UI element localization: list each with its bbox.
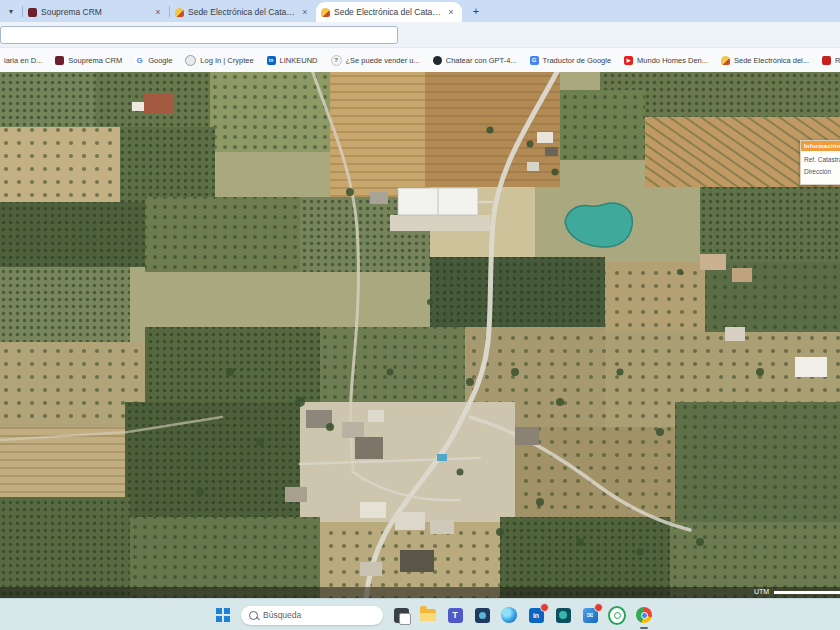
teams-button[interactable]: T: [446, 606, 464, 624]
file-explorer-button[interactable]: [419, 606, 437, 624]
tab-title: Souprema CRM: [41, 7, 148, 17]
notification-badge: [594, 603, 603, 612]
browser-toolbar: [0, 22, 840, 48]
cryptee-icon: [185, 55, 196, 66]
bookmark-item[interactable]: G Google: [135, 56, 172, 65]
map-viewport[interactable]: Información Ref. Catastral Dirección UTM: [0, 72, 840, 598]
souprema-favicon: [28, 8, 37, 17]
bookmarks-bar: iaria en D... Souprema CRM G Google Log …: [0, 48, 840, 72]
search-icon: [249, 611, 258, 620]
teal-app-icon: [556, 608, 571, 623]
tab-souprema-crm[interactable]: Souprema CRM ×: [23, 2, 169, 22]
bookmark-label: Log In | Cryptee: [200, 56, 253, 65]
bookmark-label: LINKEUND: [280, 56, 318, 65]
browser-tab-strip: ▾ Souprema CRM × Sede Electrónica del Ca…: [0, 0, 840, 22]
bookmark-label: iaria en D...: [4, 56, 42, 65]
dark-app-button[interactable]: [473, 606, 491, 624]
map-scale-bar: [774, 591, 840, 594]
task-view-icon: [394, 608, 409, 623]
linkedin-icon: in: [267, 56, 276, 65]
task-view-button[interactable]: [392, 606, 410, 624]
bookmark-label: Souprema CRM: [68, 56, 122, 65]
active-app-indicator: [640, 627, 648, 630]
desktop-screen: ▾ Souprema CRM × Sede Electrónica del Ca…: [0, 0, 840, 630]
bookmark-item[interactable]: in LINKEUND: [267, 56, 318, 65]
youtube-icon: ▶: [624, 56, 633, 65]
tab-title: Sede Electrónica del Catastro: [188, 7, 295, 17]
whatsapp-button[interactable]: [608, 606, 626, 624]
tab-catastro-1[interactable]: Sede Electrónica del Catastro ×: [170, 2, 316, 22]
dark-app-icon: [475, 608, 490, 623]
catastro-icon: [721, 56, 730, 65]
windows-logo-icon: [216, 608, 230, 622]
chrome-button[interactable]: [635, 606, 653, 624]
bookmark-label: Chatear con GPT-4...: [446, 56, 517, 65]
windows-start-button[interactable]: [214, 606, 232, 624]
tab-catastro-2-active[interactable]: Sede Electrónica del Catastro ×: [316, 2, 462, 22]
bookmark-label: Google: [148, 56, 172, 65]
bookmark-label: Mundo Homes Den...: [637, 56, 708, 65]
bookmark-label: Traductor de Google: [543, 56, 612, 65]
bookmark-item[interactable]: Sede Electrónica del...: [721, 56, 809, 65]
bookmark-label: Sede Electrónica del...: [734, 56, 809, 65]
teal-app-button[interactable]: [554, 606, 572, 624]
question-icon: ?: [331, 55, 342, 66]
catastro-favicon: [321, 8, 330, 17]
windows-taskbar: Búsqueda T in: [0, 598, 840, 630]
direccion-label: Dirección: [804, 166, 840, 178]
bookmark-item[interactable]: iaria en D...: [0, 56, 42, 65]
bookmark-item[interactable]: Souprema CRM: [55, 56, 122, 65]
whatsapp-icon: [608, 606, 626, 625]
bookmark-label: ¿Se puede vender u...: [346, 56, 420, 65]
satellite-imagery: [0, 72, 840, 598]
swimming-pool: [437, 454, 447, 461]
red-roof-house: [143, 94, 173, 114]
ref-catastral-label: Ref. Catastral: [804, 154, 840, 166]
souprema-icon: [55, 56, 64, 65]
folder-icon: [420, 609, 436, 621]
bookmark-label: Registro online: [835, 56, 840, 65]
cadastre-info-panel: Información Ref. Catastral Dirección: [800, 140, 840, 185]
info-panel-header: Información: [801, 141, 840, 151]
translate-icon: G: [530, 56, 539, 65]
bookmark-item[interactable]: Log In | Cryptee: [185, 55, 253, 66]
tab-close-icon[interactable]: ×: [299, 6, 311, 18]
google-icon: G: [135, 56, 144, 65]
chatgpt-icon: [433, 56, 442, 65]
teams-icon: T: [448, 608, 463, 623]
tab-title: Sede Electrónica del Catastro: [334, 7, 441, 17]
bookmark-item[interactable]: Chatear con GPT-4...: [433, 56, 517, 65]
taskbar-search-box[interactable]: Búsqueda: [241, 606, 383, 625]
registro-icon: [822, 56, 831, 65]
linkedin-button[interactable]: in: [527, 606, 545, 624]
tab-close-icon[interactable]: ×: [445, 6, 457, 18]
address-bar-input[interactable]: [0, 26, 398, 44]
bookmark-item[interactable]: G Traductor de Google: [530, 56, 612, 65]
bookmark-item[interactable]: ? ¿Se puede vender u...: [331, 55, 420, 66]
bookmark-item[interactable]: ▶ Mundo Homes Den...: [624, 56, 708, 65]
chrome-icon: [636, 607, 652, 623]
edge-button[interactable]: [500, 606, 518, 624]
tab-search-icon[interactable]: ▾: [2, 2, 20, 20]
notification-badge: [540, 603, 549, 612]
tab-close-icon[interactable]: ×: [152, 6, 164, 18]
catastro-favicon: [175, 8, 184, 17]
bookmark-item[interactable]: Registro online: [822, 56, 840, 65]
mail-button[interactable]: ✉: [581, 606, 599, 624]
search-placeholder: Búsqueda: [263, 610, 301, 620]
new-tab-button[interactable]: +: [468, 3, 484, 19]
edge-icon: [501, 607, 517, 623]
utm-coordinates-label: UTM: [754, 588, 769, 595]
map-attribution-bar: UTM: [0, 587, 840, 598]
